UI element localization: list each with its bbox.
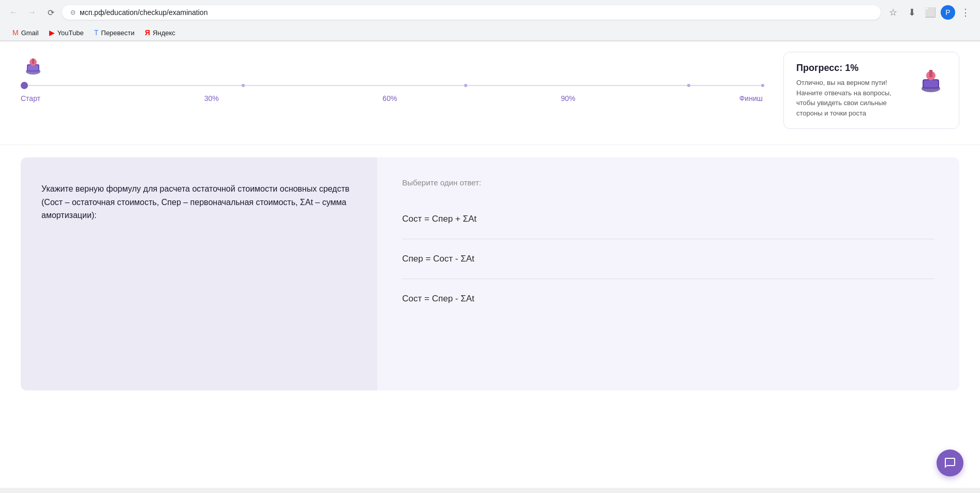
answer-option-1[interactable]: Сост = Спер + ΣAt (402, 199, 934, 239)
forward-button[interactable]: → (25, 5, 39, 20)
progress-track-container: Старт 30% 60% 90% Финиш (21, 85, 763, 103)
translate-icon: T (94, 28, 99, 37)
progress-dot-90 (687, 84, 690, 87)
progress-section: Старт 30% 60% 90% Финиш Прогресс: 1% Отл… (0, 41, 980, 145)
page-content: Старт 30% 60% 90% Финиш Прогресс: 1% Отл… (0, 41, 980, 488)
answer-option-3[interactable]: Сост = Спер - ΣAt (402, 279, 934, 318)
progress-labels: Старт 30% 60% 90% Финиш (21, 94, 763, 103)
browser-toolbar: ← → ⟳ ⊙ мсп.рф/education/checkup/examina… (0, 0, 980, 25)
progress-description: Отлично, вы на верном пути! Начните отве… (796, 78, 907, 118)
url-text: мсп.рф/education/checkup/examination (80, 8, 872, 17)
toolbar-icons: ☆ ⬇ ⬜ P ⋮ (885, 4, 974, 21)
more-button[interactable]: ⋮ (957, 4, 974, 21)
progress-info: Прогресс: 1% Отлично, вы на верном пути!… (796, 63, 907, 118)
progress-title: Прогресс: 1% (796, 63, 907, 74)
svg-rect-9 (929, 70, 932, 77)
progress-track: Старт 30% 60% 90% Финиш (21, 52, 763, 103)
svg-rect-4 (32, 59, 34, 64)
youtube-icon: ▶ (49, 28, 55, 37)
label-finish: Финиш (739, 94, 763, 103)
progress-line (21, 85, 763, 86)
download-button[interactable]: ⬇ (903, 4, 920, 21)
label-90: 90% (561, 94, 575, 103)
chat-button[interactable] (937, 450, 963, 476)
question-left: Укажите верную формулу для расчета остат… (21, 157, 377, 390)
yandex-icon: Я (145, 28, 150, 37)
back-button[interactable]: ← (6, 5, 21, 20)
character-icon-right (915, 63, 946, 94)
bookmark-gmail[interactable]: M Gmail (8, 27, 43, 38)
gmail-icon: M (12, 28, 19, 37)
bookmarks-bar: M Gmail ▶ YouTube T Перевести Я Яндекс (0, 25, 980, 41)
bookmark-translate-label: Перевести (101, 29, 135, 37)
progress-dot-start (21, 82, 28, 89)
question-section: Укажите верную формулу для расчета остат… (21, 157, 959, 390)
reload-button[interactable]: ⟳ (43, 5, 58, 20)
bookmark-gmail-label: Gmail (21, 29, 39, 37)
progress-card: Прогресс: 1% Отлично, вы на верном пути!… (783, 52, 959, 129)
answer-formula-3: Сост = Спер - ΣAt (402, 294, 474, 304)
answer-option-2[interactable]: Спер = Сост - ΣAt (402, 239, 934, 279)
split-screen-button[interactable]: ⬜ (922, 4, 939, 21)
label-start: Старт (21, 94, 40, 103)
character-icon-left (21, 52, 46, 77)
progress-dot-100 (761, 84, 764, 87)
label-30: 30% (204, 94, 219, 103)
browser-chrome: ← → ⟳ ⊙ мсп.рф/education/checkup/examina… (0, 0, 980, 41)
answer-formula-1: Сост = Спер + ΣAt (402, 214, 477, 224)
bookmark-yandex[interactable]: Я Яндекс (141, 27, 180, 38)
answer-prompt: Выберите один ответ: (402, 178, 934, 187)
question-text: Укажите верную формулу для расчета остат… (41, 182, 357, 222)
svg-rect-2 (28, 65, 38, 70)
answer-formula-2: Спер = Сост - ΣAt (402, 254, 474, 264)
chat-icon (944, 457, 956, 469)
security-icon: ⊙ (70, 9, 76, 16)
profile-button[interactable]: P (941, 5, 955, 20)
bookmark-youtube-label: YouTube (57, 29, 84, 37)
question-right: Выберите один ответ: Сост = Спер + ΣAt С… (377, 157, 959, 390)
svg-rect-7 (924, 80, 938, 88)
bookmark-youtube[interactable]: ▶ YouTube (45, 27, 88, 38)
progress-dot-30 (242, 84, 245, 87)
address-bar[interactable]: ⊙ мсп.рф/education/checkup/examination (62, 5, 881, 20)
bookmark-button[interactable]: ☆ (885, 4, 901, 21)
bookmark-translate[interactable]: T Перевести (90, 27, 139, 38)
label-60: 60% (382, 94, 397, 103)
progress-dot-60 (464, 84, 467, 87)
bookmark-yandex-label: Яндекс (153, 29, 175, 37)
